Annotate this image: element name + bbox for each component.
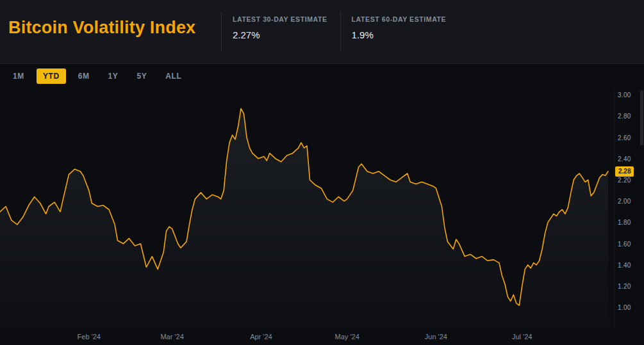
- volatility-line-chart[interactable]: 1.001.201.401.601.802.002.202.402.602.80…: [0, 88, 644, 345]
- y-axis-label: 2.20: [618, 177, 631, 184]
- y-axis-label: 3.00: [618, 92, 631, 99]
- line-chart-canvas[interactable]: [0, 88, 614, 345]
- range-tab-all[interactable]: ALL: [159, 68, 188, 84]
- estimate-60day-label: LATEST 60-DAY ESTIMATE: [352, 15, 447, 23]
- last-value-badge: 2.28: [615, 166, 634, 177]
- y-axis-label: 2.40: [618, 155, 631, 162]
- y-axis-label: 2.60: [618, 134, 631, 141]
- x-axis-label: Mar '24: [160, 333, 183, 341]
- estimate-30day-block: LATEST 30-DAY ESTIMATE 2.27%: [221, 12, 340, 52]
- y-axis-label: 1.40: [618, 261, 631, 268]
- estimate-60day-value: 1.9%: [352, 29, 447, 40]
- range-tab-5y[interactable]: 5Y: [130, 68, 153, 84]
- page-title: Bitcoin Volatility Index: [0, 0, 221, 63]
- y-axis-label: 1.60: [618, 240, 631, 247]
- range-tab-1m[interactable]: 1M: [6, 68, 31, 84]
- header: Bitcoin Volatility Index LATEST 30-DAY E…: [0, 0, 644, 64]
- estimate-30day-value: 2.27%: [233, 29, 327, 40]
- range-tab-1y[interactable]: 1Y: [102, 68, 125, 84]
- x-axis-label: Jul '24: [512, 333, 532, 341]
- x-axis-label: Jun '24: [425, 333, 447, 341]
- y-axis-label: 1.80: [618, 219, 631, 226]
- x-axis-label: Apr '24: [250, 333, 272, 341]
- price-axis-divider: [614, 88, 615, 328]
- estimate-60day-block: LATEST 60-DAY ESTIMATE 1.9%: [340, 12, 459, 52]
- range-tab-ytd[interactable]: YTD: [37, 68, 66, 84]
- chart-area-fill: [0, 109, 608, 328]
- x-axis-label: Feb '24: [78, 333, 101, 341]
- y-axis-label: 2.80: [618, 113, 631, 120]
- range-tabs: 1M YTD 6M 1Y 5Y ALL: [0, 64, 644, 88]
- scrollbar-thumb[interactable]: [640, 90, 643, 145]
- range-tab-6m[interactable]: 6M: [72, 68, 96, 84]
- estimate-30day-label: LATEST 30-DAY ESTIMATE: [233, 15, 327, 23]
- x-axis-label: May '24: [335, 333, 359, 341]
- y-axis-label: 1.20: [618, 283, 631, 290]
- bitcoin-volatility-page: Bitcoin Volatility Index LATEST 30-DAY E…: [0, 0, 644, 345]
- y-axis-label: 1.00: [618, 304, 631, 311]
- y-axis-label: 2.00: [618, 198, 631, 205]
